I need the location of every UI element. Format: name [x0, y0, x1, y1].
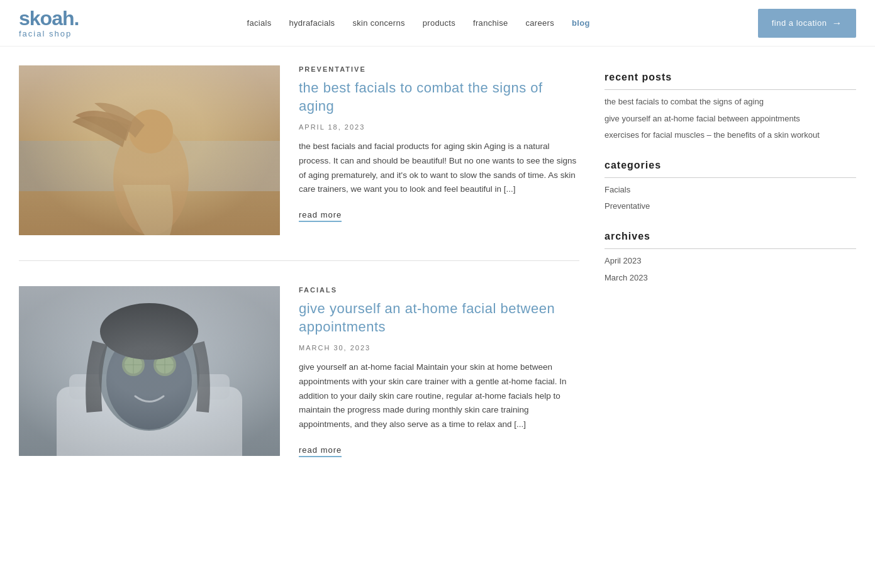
nav-products[interactable]: products — [423, 18, 455, 28]
recent-post-link-2[interactable]: give yourself an at-home facial between … — [605, 113, 856, 125]
archive-link-march-2023[interactable]: March 2023 — [605, 272, 856, 284]
site-header: skoah. facial shop facials hydrafacials … — [0, 0, 875, 47]
category-link-facials[interactable]: Facials — [605, 184, 856, 196]
logo-title: skoah. — [19, 8, 79, 30]
find-location-label: find a location — [772, 18, 827, 28]
svg-point-2 — [113, 122, 189, 235]
svg-point-7 — [99, 318, 199, 431]
posts-column: PREVENTATIVE the best facials to combat … — [19, 65, 579, 508]
archive-link-april-2023[interactable]: April 2023 — [605, 255, 856, 267]
svg-rect-6 — [69, 374, 230, 399]
nav-skin-concerns[interactable]: skin concerns — [352, 18, 404, 28]
svg-point-3 — [129, 109, 173, 153]
post-date-1: April 18, 2023 — [299, 123, 579, 131]
recent-posts-heading: recent posts — [605, 72, 856, 90]
nav-careers[interactable]: careers — [526, 18, 554, 28]
sidebar: recent posts the best facials to combat … — [605, 65, 856, 508]
find-location-arrow: → — [832, 18, 842, 29]
nav-hydrafacials[interactable]: hydrafacials — [289, 18, 335, 28]
read-more-2[interactable]: read more — [299, 445, 342, 457]
main-container: PREVENTATIVE the best facials to combat … — [0, 47, 875, 508]
archives-heading: archives — [605, 231, 856, 249]
read-more-1[interactable]: read more — [299, 210, 342, 222]
sidebar-archives: archives April 2023 March 2023 — [605, 231, 856, 283]
svg-point-8 — [106, 331, 192, 430]
svg-rect-5 — [57, 387, 242, 456]
logo: skoah. facial shop — [19, 8, 79, 38]
svg-rect-1 — [19, 141, 280, 191]
sidebar-categories: categories Facials Preventative — [605, 160, 856, 212]
post-image-2 — [19, 286, 280, 456]
svg-point-10 — [153, 353, 176, 376]
post-image-1 — [19, 65, 280, 235]
post-content-1: PREVENTATIVE the best facials to combat … — [299, 65, 579, 235]
category-link-preventative[interactable]: Preventative — [605, 201, 856, 212]
post-excerpt-1: the best facials and facial products for… — [299, 140, 579, 197]
logo-subtitle: facial shop — [19, 30, 79, 38]
post-excerpt-2: give yourself an at-home facial Maintain… — [299, 360, 579, 433]
svg-rect-4 — [19, 286, 280, 456]
post-title-1: the best facials to combat the signs of … — [299, 79, 579, 115]
svg-rect-0 — [19, 65, 280, 235]
post-date-2: March 30, 2023 — [299, 344, 579, 352]
post-card-1: PREVENTATIVE the best facials to combat … — [19, 65, 579, 261]
nav-franchise[interactable]: franchise — [473, 18, 508, 28]
nav-facials[interactable]: facials — [247, 18, 272, 28]
post-title-2: give yourself an at-home facial between … — [299, 300, 579, 336]
main-nav: facials hydrafacials skin concerns produ… — [247, 18, 590, 28]
post-category-2: FACIALS — [299, 286, 579, 294]
post-card-2: FACIALS give yourself an at-home facial … — [19, 286, 579, 482]
categories-heading: categories — [605, 160, 856, 178]
sidebar-recent-posts: recent posts the best facials to combat … — [605, 72, 856, 141]
find-location-button[interactable]: find a location → — [758, 9, 856, 38]
post-content-2: FACIALS give yourself an at-home facial … — [299, 286, 579, 457]
svg-point-17 — [100, 303, 198, 360]
svg-point-11 — [125, 356, 142, 374]
recent-post-link-1[interactable]: the best facials to combat the signs of … — [605, 96, 856, 108]
svg-point-9 — [122, 353, 145, 376]
recent-post-link-3[interactable]: exercises for facial muscles – the benef… — [605, 130, 856, 141]
nav-blog[interactable]: blog — [572, 18, 590, 28]
svg-point-12 — [156, 356, 174, 374]
post-category-1: PREVENTATIVE — [299, 65, 579, 73]
